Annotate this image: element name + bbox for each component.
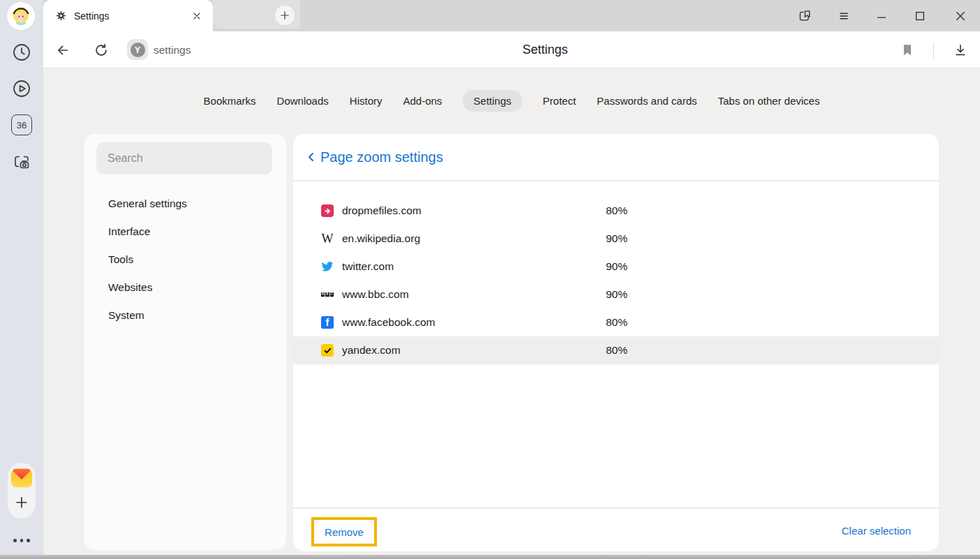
tabs-counter-value: 36 <box>17 120 27 131</box>
nav-item-passwords-and-cards[interactable]: Passwords and cards <box>597 90 697 112</box>
settings-nav: BookmarksDownloadsHistoryAdd-onsSettings… <box>43 90 980 112</box>
settings-sidebar: General settingsInterfaceToolsWebsitesSy… <box>84 134 286 550</box>
minimize-icon[interactable] <box>866 0 897 31</box>
search-input[interactable] <box>96 142 272 174</box>
menu-icon[interactable] <box>829 0 859 31</box>
history-icon[interactable] <box>12 43 31 62</box>
panels-icon[interactable] <box>789 0 820 31</box>
site-name: en.wikipedia.org <box>342 232 420 245</box>
site-name: yandex.com <box>342 344 401 357</box>
site-zoom-value: 90% <box>606 232 628 245</box>
site-zoom-value: 80% <box>606 204 628 217</box>
tab-title: Settings <box>74 10 191 22</box>
apps-pill <box>8 463 36 519</box>
site-row-en-wikipedia-org[interactable]: Wen.wikipedia.org90% <box>293 225 939 253</box>
tab-strip: Settings <box>43 0 980 31</box>
window-frame-bottom <box>0 555 980 559</box>
nav-item-add-ons[interactable]: Add-ons <box>403 90 442 112</box>
tab-settings[interactable]: Settings <box>43 0 213 31</box>
page-zoom-panel: Page zoom settings dropmefiles.com80%Wen… <box>293 134 939 551</box>
nav-item-bookmarks[interactable]: Bookmarks <box>204 90 256 112</box>
site-row-twitter-com[interactable]: twitter.com90% <box>293 253 939 281</box>
screenshot-icon[interactable] <box>12 152 31 172</box>
site-zoom-value: 80% <box>606 344 628 357</box>
nav-item-downloads[interactable]: Downloads <box>277 90 329 112</box>
gear-icon <box>55 10 67 22</box>
maximize-icon[interactable] <box>905 0 935 31</box>
profile-avatar[interactable] <box>7 2 35 30</box>
site-name: www.facebook.com <box>342 316 436 329</box>
sidebar-item-system[interactable]: System <box>84 301 286 329</box>
player-icon[interactable] <box>12 79 31 98</box>
bookmark-icon[interactable] <box>893 31 921 68</box>
settings-sections: General settingsInterfaceToolsWebsitesSy… <box>84 190 286 329</box>
download-icon[interactable] <box>946 31 974 68</box>
nav-item-tabs-on-other-devices[interactable]: Tabs on other devices <box>718 90 820 112</box>
tab-close-icon[interactable] <box>191 10 203 22</box>
back-to-settings[interactable]: Page zoom settings <box>293 134 939 181</box>
site-name: twitter.com <box>342 260 394 273</box>
site-name: www.bbc.com <box>342 288 409 301</box>
more-icon[interactable] <box>13 539 30 542</box>
left-rail: 36 <box>0 0 43 555</box>
nav-item-protect[interactable]: Protect <box>543 90 577 112</box>
back-icon[interactable] <box>49 31 77 68</box>
nav-item-settings[interactable]: Settings <box>463 90 521 112</box>
yandex-favicon <box>321 344 334 357</box>
browser-toolbar: Y settings Settings <box>43 31 980 68</box>
clear-selection-button[interactable]: Clear selection <box>842 509 911 553</box>
sidebar-item-tools[interactable]: Tools <box>84 246 286 274</box>
site-name: dropmefiles.com <box>342 204 422 217</box>
site-row-www-facebook-com[interactable]: fwww.facebook.com80% <box>293 308 939 336</box>
close-window-icon[interactable] <box>945 0 976 31</box>
remove-button[interactable]: Remove <box>325 526 364 538</box>
bbc-favicon: BBC <box>321 288 334 301</box>
new-tab-icon[interactable] <box>275 6 295 25</box>
panel-title: Page zoom settings <box>320 149 443 165</box>
sidebar-item-websites[interactable]: Websites <box>84 274 286 301</box>
sidebar-item-interface[interactable]: Interface <box>84 218 286 246</box>
mail-app-icon[interactable] <box>10 467 33 489</box>
settings-page: BookmarksDownloadsHistoryAdd-onsSettings… <box>43 68 980 555</box>
remove-highlight-box: Remove <box>311 517 377 546</box>
tabs-counter[interactable]: 36 <box>11 114 32 135</box>
panel-footer: Remove Clear selection <box>293 507 939 551</box>
facebook-favicon: f <box>321 316 334 329</box>
chevron-left-icon <box>306 151 317 163</box>
site-zoom-value: 80% <box>606 316 628 329</box>
sidebar-item-general-settings[interactable]: General settings <box>84 190 286 218</box>
nav-item-history[interactable]: History <box>350 90 383 112</box>
site-zoom-value: 90% <box>606 288 628 301</box>
site-list: dropmefiles.com80%Wen.wikipedia.org90%tw… <box>293 197 939 364</box>
twitter-favicon <box>321 260 334 273</box>
add-app-icon[interactable] <box>13 494 30 511</box>
dropmefiles-favicon <box>321 204 334 217</box>
toolbar-separator <box>933 42 934 59</box>
site-zoom-value: 90% <box>606 260 628 273</box>
site-row-dropmefiles-com[interactable]: dropmefiles.com80% <box>293 197 939 225</box>
site-row-yandex-com[interactable]: yandex.com80% <box>293 336 939 364</box>
page-title: Settings <box>110 31 980 68</box>
site-row-www-bbc-com[interactable]: BBCwww.bbc.com90% <box>293 281 939 308</box>
wikipedia-favicon: W <box>321 232 334 245</box>
